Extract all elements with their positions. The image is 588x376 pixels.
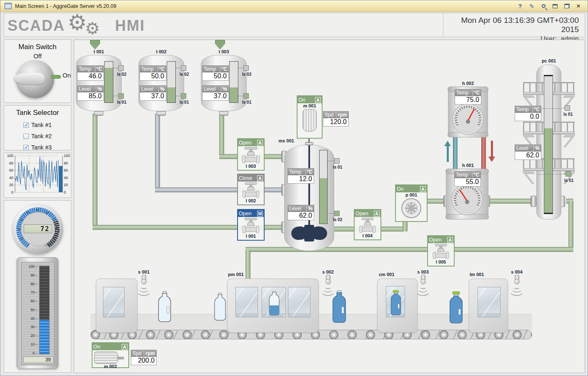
column-ls01-top-sensor <box>565 105 570 111</box>
tank3-level-display: Level% 37.0 <box>202 85 229 101</box>
svg-text:80: 80 <box>64 161 68 165</box>
trend-chart-panel: 100 80 60 40 20 0 100 80 60 40 20 0 <box>4 153 71 198</box>
help-icon: ? <box>518 3 522 10</box>
tank2-ls01-label: ls 01 <box>180 100 189 105</box>
machine-window <box>478 287 500 317</box>
machine-window <box>386 286 405 317</box>
mixer-level-display: Level% 62.0 <box>288 205 314 220</box>
propeller-hub <box>304 225 314 242</box>
conveyor-motor-m002[interactable]: OnA m 002 <box>92 342 129 368</box>
tank1-row[interactable]: Tank #1 <box>4 122 71 128</box>
valve-icon <box>358 217 378 233</box>
tank3-level-bar <box>229 61 238 103</box>
machine-window <box>288 287 310 317</box>
edit-button[interactable]: ✎ <box>527 2 537 10</box>
h001-temp-display: Temp°C 55.0 <box>454 171 481 187</box>
auto-mode-badge: A <box>315 97 321 103</box>
zoom-button[interactable] <box>538 2 548 10</box>
tank3-ls02-label: ls 02 <box>242 72 251 77</box>
column-temp-display: Temp°C 0.0 <box>515 106 541 121</box>
tank-selector-title: Tank Selector <box>4 109 71 117</box>
tank2-ls02-sensor <box>181 65 186 71</box>
pump-p001[interactable]: OnA p 001 <box>395 184 428 222</box>
tank1-label: Tank #1 <box>31 122 52 128</box>
filled-bottle <box>330 290 348 324</box>
valve-icon <box>431 244 451 259</box>
svg-text:0: 0 <box>11 190 13 194</box>
machine-window <box>235 287 258 317</box>
valve-l002[interactable]: CloseA l 002 <box>237 174 265 205</box>
valve-l004[interactable]: OpenA l 004 <box>354 209 381 240</box>
auto-mode-badge: A <box>447 237 453 243</box>
tank3-row[interactable]: Tank #3 <box>4 144 71 151</box>
thermometer-scale: 10090 8070 6050 4030 2010 0 <box>23 265 38 355</box>
pipe <box>568 201 573 250</box>
svg-text:40: 40 <box>64 176 68 180</box>
motor-icon <box>94 351 118 364</box>
mixer-label: mx 001 <box>276 138 297 143</box>
tank2-ls01-sensor <box>181 93 186 99</box>
tank2-ls02-label: ls 02 <box>180 72 189 77</box>
pipe-hot-return <box>481 135 486 171</box>
empty-bottle <box>213 291 228 324</box>
m001-speed-display: Spdrpm 120.0 <box>323 111 349 127</box>
mixer-ls01-sensor <box>334 158 340 164</box>
sensor-link <box>176 68 181 68</box>
magnifier-icon <box>542 4 545 8</box>
main-switch-title: Main Switch <box>4 43 71 51</box>
capping-machine-cm001 <box>377 279 418 333</box>
tank1-ls02-label: ls 02 <box>117 72 126 77</box>
flow-down-arrow <box>488 141 495 162</box>
h002-temp-display: Temp°C 75.0 <box>455 89 481 105</box>
motor-icon <box>303 109 317 132</box>
svg-text:60: 60 <box>64 168 68 172</box>
pump-icon <box>400 197 422 219</box>
capped-bottle <box>448 291 465 325</box>
machine-window <box>103 287 125 317</box>
pipe <box>486 199 536 204</box>
mixer-ls01-label: ls 01 <box>333 165 342 169</box>
filling-machine-pm001 <box>227 279 319 333</box>
sensor-link <box>113 96 118 96</box>
h001-label: h 001 <box>458 163 478 168</box>
help-button[interactable]: ? <box>515 2 525 10</box>
valve-l005[interactable]: OpenA l 005 <box>427 235 455 266</box>
valve-icon <box>241 217 261 234</box>
sensor-s001: s 001 <box>135 269 153 294</box>
restore-button[interactable] <box>562 2 572 10</box>
tank2-level-display: Level% 37.0 <box>140 85 166 101</box>
main-switch-panel: Main Switch Off On <box>4 40 71 103</box>
tank3-label: Tank #3 <box>31 144 52 151</box>
h001-gauge <box>450 183 484 216</box>
main-switch-indicator <box>51 75 61 79</box>
column-ls01-bottom-label: ls 01 <box>564 178 573 183</box>
main-switch-knob[interactable] <box>16 60 54 98</box>
valve-icon <box>241 147 261 164</box>
valve-icon <box>241 182 261 198</box>
mixer-motor-m001[interactable]: OnA m 001 <box>297 95 323 139</box>
tank3-label: t 003 <box>211 49 236 54</box>
sensor-link <box>176 96 181 96</box>
pencil-icon: ✎ <box>529 3 534 10</box>
maximize-button[interactable] <box>550 2 560 10</box>
tank2-checkbox[interactable] <box>23 134 29 139</box>
close-button[interactable]: ✕ <box>573 2 583 10</box>
valve-l001[interactable]: OpenM l 001 <box>237 209 265 241</box>
tank2-row[interactable]: Tank #2 <box>4 133 71 139</box>
logo-scada-text: SCADA <box>8 17 65 35</box>
column-level-tube <box>544 75 553 214</box>
sensor-s003: s 003 <box>414 269 432 294</box>
tank1-label: t 001 <box>86 49 111 54</box>
tank3 <box>201 55 247 111</box>
column-label: pc 001 <box>538 58 559 63</box>
svg-text:20: 20 <box>64 183 68 187</box>
tank1-checkbox[interactable] <box>23 122 29 128</box>
tank3-checkbox[interactable] <box>23 145 29 150</box>
tank1-ls02-sensor <box>118 65 124 71</box>
manual-mode-badge: M <box>257 211 263 217</box>
title-bar[interactable]: Main Screen 1 - AggreGate Server v5.20.0… <box>0 0 588 12</box>
tank3-ls01-label: ls 01 <box>242 100 251 105</box>
thermometer-fill <box>40 320 49 354</box>
valve-l003[interactable]: OpenA l 003 <box>237 138 265 171</box>
main-switch-on-label: On <box>63 72 71 79</box>
